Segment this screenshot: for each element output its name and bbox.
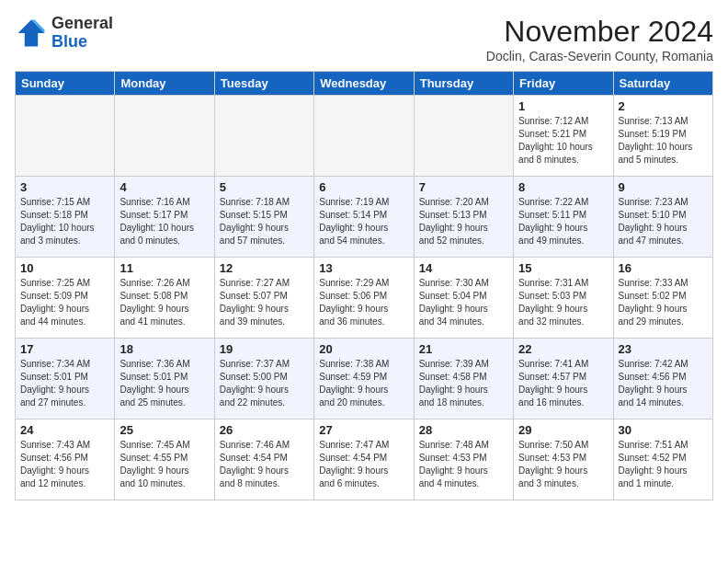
calendar-day-cell (115, 96, 214, 177)
calendar-day-cell: 28Sunrise: 7:48 AM Sunset: 4:53 PM Dayli… (414, 419, 513, 500)
day-number: 14 (419, 261, 508, 275)
calendar-day-cell (314, 96, 414, 177)
calendar-day-cell: 20Sunrise: 7:38 AM Sunset: 4:59 PM Dayli… (314, 339, 414, 419)
calendar-day-cell: 3Sunrise: 7:15 AM Sunset: 5:18 PM Daylig… (16, 177, 115, 258)
calendar-header-row: SundayMondayTuesdayWednesdayThursdayFrid… (16, 72, 713, 96)
calendar-day-cell: 22Sunrise: 7:41 AM Sunset: 4:57 PM Dayli… (514, 339, 613, 419)
day-number: 2 (619, 99, 708, 113)
page-header: General Blue November 2024 Doclin, Caras… (15, 15, 713, 63)
day-info: Sunrise: 7:26 AM Sunset: 5:08 PM Dayligh… (119, 277, 209, 328)
day-info: Sunrise: 7:29 AM Sunset: 5:06 PM Dayligh… (319, 277, 408, 328)
weekday-header: Wednesday (314, 72, 414, 96)
svg-marker-0 (18, 19, 45, 46)
calendar-day-cell: 9Sunrise: 7:23 AM Sunset: 5:10 PM Daylig… (613, 177, 712, 258)
day-info: Sunrise: 7:12 AM Sunset: 5:21 PM Dayligh… (518, 115, 608, 167)
day-number: 6 (319, 180, 408, 194)
day-info: Sunrise: 7:25 AM Sunset: 5:09 PM Dayligh… (20, 277, 109, 328)
day-number: 11 (119, 261, 209, 275)
logo: General Blue (15, 15, 113, 52)
calendar-day-cell (16, 96, 115, 177)
calendar-week-row: 3Sunrise: 7:15 AM Sunset: 5:18 PM Daylig… (16, 177, 713, 258)
day-number: 21 (419, 342, 508, 356)
day-number: 18 (119, 342, 209, 356)
day-info: Sunrise: 7:43 AM Sunset: 4:56 PM Dayligh… (20, 439, 109, 490)
calendar-day-cell: 2Sunrise: 7:13 AM Sunset: 5:19 PM Daylig… (613, 96, 712, 177)
day-info: Sunrise: 7:39 AM Sunset: 4:58 PM Dayligh… (419, 358, 508, 409)
day-info: Sunrise: 7:22 AM Sunset: 5:11 PM Dayligh… (518, 196, 608, 247)
day-number: 19 (220, 342, 309, 356)
calendar-week-row: 24Sunrise: 7:43 AM Sunset: 4:56 PM Dayli… (16, 419, 713, 500)
weekday-header: Saturday (613, 72, 712, 96)
day-number: 25 (119, 423, 209, 437)
day-number: 4 (119, 180, 209, 194)
month-title: November 2024 (486, 15, 713, 49)
day-info: Sunrise: 7:18 AM Sunset: 5:15 PM Dayligh… (220, 196, 309, 247)
day-info: Sunrise: 7:48 AM Sunset: 4:53 PM Dayligh… (419, 439, 508, 490)
calendar-day-cell: 8Sunrise: 7:22 AM Sunset: 5:11 PM Daylig… (514, 177, 613, 258)
weekday-header: Thursday (414, 72, 513, 96)
calendar-day-cell: 29Sunrise: 7:50 AM Sunset: 4:53 PM Dayli… (514, 419, 613, 500)
calendar-day-cell: 23Sunrise: 7:42 AM Sunset: 4:56 PM Dayli… (613, 339, 712, 419)
calendar-day-cell: 11Sunrise: 7:26 AM Sunset: 5:08 PM Dayli… (115, 258, 214, 339)
calendar-day-cell: 10Sunrise: 7:25 AM Sunset: 5:09 PM Dayli… (16, 258, 115, 339)
day-number: 29 (518, 423, 608, 437)
calendar-day-cell: 1Sunrise: 7:12 AM Sunset: 5:21 PM Daylig… (514, 96, 613, 177)
calendar-week-row: 1Sunrise: 7:12 AM Sunset: 5:21 PM Daylig… (16, 96, 713, 177)
calendar-day-cell: 5Sunrise: 7:18 AM Sunset: 5:15 PM Daylig… (214, 177, 313, 258)
day-number: 28 (419, 423, 508, 437)
day-number: 13 (319, 261, 408, 275)
calendar-day-cell: 25Sunrise: 7:45 AM Sunset: 4:55 PM Dayli… (115, 419, 214, 500)
day-info: Sunrise: 7:37 AM Sunset: 5:00 PM Dayligh… (220, 358, 309, 409)
calendar-day-cell (414, 96, 513, 177)
weekday-header: Tuesday (214, 72, 313, 96)
day-info: Sunrise: 7:15 AM Sunset: 5:18 PM Dayligh… (20, 196, 109, 247)
day-info: Sunrise: 7:30 AM Sunset: 5:04 PM Dayligh… (419, 277, 508, 328)
calendar-day-cell: 21Sunrise: 7:39 AM Sunset: 4:58 PM Dayli… (414, 339, 513, 419)
day-number: 15 (518, 261, 608, 275)
day-number: 5 (220, 180, 309, 194)
day-info: Sunrise: 7:45 AM Sunset: 4:55 PM Dayligh… (119, 439, 209, 490)
day-number: 26 (220, 423, 309, 437)
calendar-day-cell: 26Sunrise: 7:46 AM Sunset: 4:54 PM Dayli… (214, 419, 313, 500)
calendar-day-cell: 12Sunrise: 7:27 AM Sunset: 5:07 PM Dayli… (214, 258, 313, 339)
calendar-day-cell (214, 96, 313, 177)
calendar-day-cell: 14Sunrise: 7:30 AM Sunset: 5:04 PM Dayli… (414, 258, 513, 339)
calendar-week-row: 17Sunrise: 7:34 AM Sunset: 5:01 PM Dayli… (16, 339, 713, 419)
day-info: Sunrise: 7:33 AM Sunset: 5:02 PM Dayligh… (619, 277, 708, 328)
day-number: 30 (619, 423, 708, 437)
day-info: Sunrise: 7:27 AM Sunset: 5:07 PM Dayligh… (220, 277, 309, 328)
day-info: Sunrise: 7:20 AM Sunset: 5:13 PM Dayligh… (419, 196, 508, 247)
calendar-table: SundayMondayTuesdayWednesdayThursdayFrid… (15, 71, 713, 500)
day-info: Sunrise: 7:38 AM Sunset: 4:59 PM Dayligh… (319, 358, 408, 409)
calendar-day-cell: 16Sunrise: 7:33 AM Sunset: 5:02 PM Dayli… (613, 258, 712, 339)
day-info: Sunrise: 7:16 AM Sunset: 5:17 PM Dayligh… (119, 196, 209, 247)
calendar-day-cell: 24Sunrise: 7:43 AM Sunset: 4:56 PM Dayli… (16, 419, 115, 500)
day-number: 1 (518, 99, 608, 113)
day-number: 3 (20, 180, 109, 194)
day-info: Sunrise: 7:23 AM Sunset: 5:10 PM Dayligh… (619, 196, 708, 247)
day-number: 27 (319, 423, 408, 437)
calendar-day-cell: 6Sunrise: 7:19 AM Sunset: 5:14 PM Daylig… (314, 177, 414, 258)
calendar-day-cell: 13Sunrise: 7:29 AM Sunset: 5:06 PM Dayli… (314, 258, 414, 339)
logo-icon (15, 17, 48, 50)
day-info: Sunrise: 7:36 AM Sunset: 5:01 PM Dayligh… (119, 358, 209, 409)
calendar-day-cell: 30Sunrise: 7:51 AM Sunset: 4:52 PM Dayli… (613, 419, 712, 500)
day-number: 24 (20, 423, 109, 437)
day-info: Sunrise: 7:41 AM Sunset: 4:57 PM Dayligh… (518, 358, 608, 409)
day-number: 12 (220, 261, 309, 275)
day-info: Sunrise: 7:31 AM Sunset: 5:03 PM Dayligh… (518, 277, 608, 328)
day-info: Sunrise: 7:51 AM Sunset: 4:52 PM Dayligh… (619, 439, 708, 490)
calendar-day-cell: 4Sunrise: 7:16 AM Sunset: 5:17 PM Daylig… (115, 177, 214, 258)
day-number: 22 (518, 342, 608, 356)
day-number: 16 (619, 261, 708, 275)
day-info: Sunrise: 7:46 AM Sunset: 4:54 PM Dayligh… (220, 439, 309, 490)
day-info: Sunrise: 7:34 AM Sunset: 5:01 PM Dayligh… (20, 358, 109, 409)
day-number: 17 (20, 342, 109, 356)
logo-text: General Blue (51, 15, 113, 52)
calendar-day-cell: 15Sunrise: 7:31 AM Sunset: 5:03 PM Dayli… (514, 258, 613, 339)
weekday-header: Friday (514, 72, 613, 96)
day-number: 10 (20, 261, 109, 275)
day-number: 20 (319, 342, 408, 356)
day-info: Sunrise: 7:19 AM Sunset: 5:14 PM Dayligh… (319, 196, 408, 247)
weekday-header: Sunday (16, 72, 115, 96)
